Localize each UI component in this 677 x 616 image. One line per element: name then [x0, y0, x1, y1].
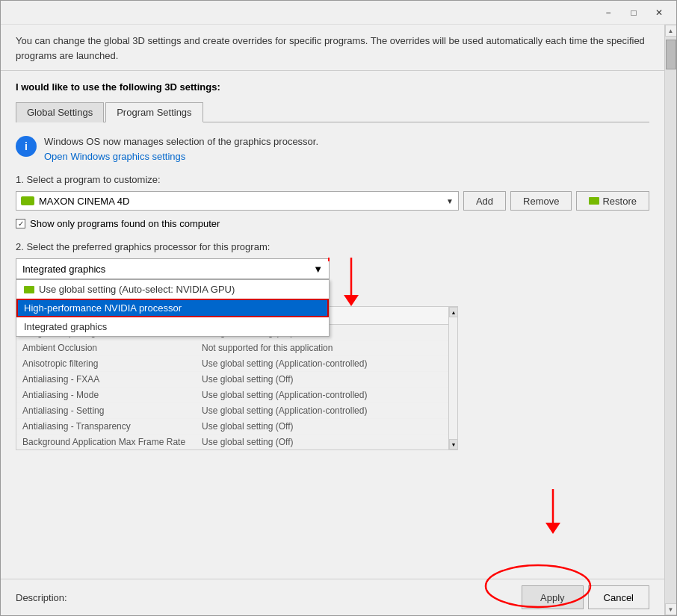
dropdown-item-integrated[interactable]: Integrated graphics — [16, 317, 329, 336]
windows-graphics-settings-link[interactable]: Open Windows graphics settings — [44, 151, 185, 162]
table-row[interactable]: Anisotropic filtering Use global setting… — [16, 356, 448, 372]
info-box: i Windows OS now manages selection of th… — [16, 134, 649, 164]
table-row[interactable]: Antialiasing - FXAA Use global setting (… — [16, 372, 448, 388]
graphics-processor-dropdown[interactable]: Integrated graphics ▼ — [16, 258, 330, 279]
graphics-dropdown-arrow-icon: ▼ — [313, 264, 323, 275]
table-scroll-up-button[interactable]: ▲ — [449, 307, 458, 317]
apply-button[interactable]: Apply — [522, 585, 584, 609]
maximize-button[interactable]: □ — [622, 4, 645, 22]
table-scroll-track — [449, 317, 457, 439]
dropdown-item-global[interactable]: Use global setting (Auto-select: NVIDIA … — [16, 280, 329, 299]
bottom-bar: Description: Apply Cancel — [1, 579, 664, 615]
tab-bar: Global Settings Program Settings — [16, 102, 649, 122]
graphics-dropdown-wrapper: Integrated graphics ▼ Use global setting… — [16, 258, 649, 279]
add-button[interactable]: Add — [463, 191, 506, 211]
close-button[interactable]: ✕ — [648, 4, 670, 22]
restore-button[interactable]: Restore — [576, 191, 649, 211]
table-row[interactable]: Ambient Occlusion Not supported for this… — [16, 340, 448, 356]
settings-area: I would like to use the following 3D set… — [1, 71, 664, 579]
table-row[interactable]: Antialiasing - Mode Use global setting (… — [16, 388, 448, 403]
show-programs-checkbox[interactable]: ✓ — [16, 219, 25, 228]
checkmark-icon: ✓ — [18, 220, 24, 228]
table-scroll-down-button[interactable]: ▼ — [449, 439, 458, 449]
program-dropdown-arrow-icon: ▼ — [446, 197, 454, 205]
section-title: I would like to use the following 3D set… — [16, 81, 649, 93]
top-description: You can change the global 3D settings an… — [1, 25, 664, 71]
step1-label: 1. Select a program to customize: — [16, 174, 649, 185]
nvidia-logo-icon — [21, 196, 34, 205]
nvidia-small-icon — [24, 286, 34, 293]
dropdown-item-highperf[interactable]: High-performance NVIDIA processor — [16, 299, 329, 317]
info-icon: i — [16, 136, 37, 157]
cancel-button[interactable]: Cancel — [588, 585, 649, 609]
table-row[interactable]: Antialiasing - Setting Use global settin… — [16, 403, 448, 419]
table-row[interactable]: Antialiasing - Transparency Use global s… — [16, 419, 448, 435]
checkbox-label: Show only programs found on this compute… — [30, 218, 220, 229]
scrollbar-down-button[interactable]: ▼ — [665, 603, 677, 615]
minimize-button[interactable]: − — [597, 4, 619, 22]
description-label: Description: — [16, 592, 67, 603]
scrollbar-track — [665, 37, 677, 603]
bottom-buttons: Apply Cancel — [522, 585, 649, 609]
table-row[interactable]: Background Application Max Frame Rate Us… — [16, 435, 448, 449]
graphics-dropdown-menu: Use global setting (Auto-select: NVIDIA … — [16, 279, 330, 337]
checkbox-row: ✓ Show only programs found on this compu… — [16, 218, 649, 229]
window-controls: − □ ✕ — [597, 4, 670, 22]
main-content: You can change the global 3D settings an… — [1, 25, 664, 615]
info-text: Windows OS now manages selection of the … — [44, 134, 318, 164]
main-window: − □ ✕ You can change the global 3D setti… — [0, 0, 677, 616]
remove-button[interactable]: Remove — [510, 191, 572, 211]
program-row: MAXON CINEMA 4D ▼ Add Remove Restore — [16, 191, 649, 211]
table-scrollbar: ▲ ▼ — [448, 307, 457, 449]
tab-program-settings[interactable]: Program Settings — [105, 102, 203, 122]
program-select-dropdown[interactable]: MAXON CINEMA 4D ▼ — [16, 191, 459, 211]
main-scrollbar: ▲ ▼ — [664, 25, 676, 615]
tab-global-settings[interactable]: Global Settings — [16, 102, 104, 122]
title-bar: − □ ✕ — [1, 1, 676, 25]
scrollbar-thumb[interactable] — [666, 40, 676, 69]
step2-label: 2. Select the preferred graphics process… — [16, 241, 649, 252]
scrollbar-up-button[interactable]: ▲ — [665, 25, 677, 37]
restore-icon — [589, 197, 599, 205]
